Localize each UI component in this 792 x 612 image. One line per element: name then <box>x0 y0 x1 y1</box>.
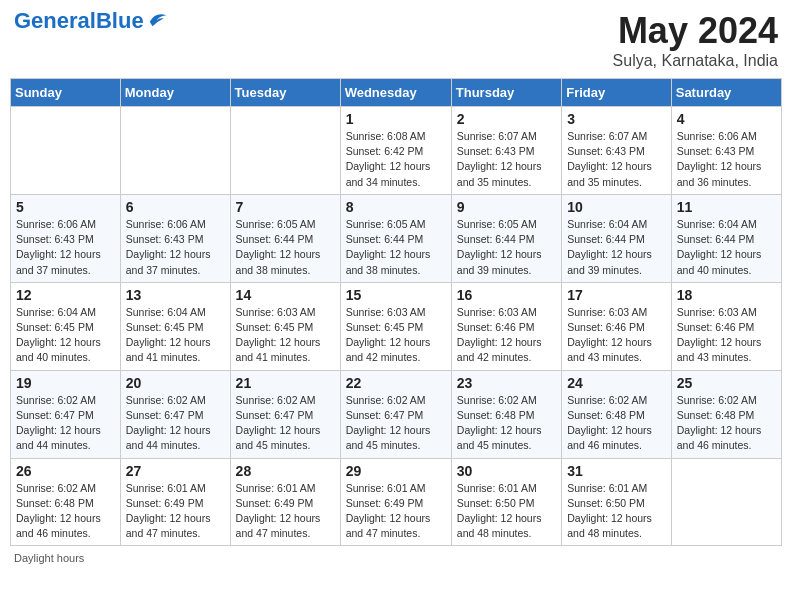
calendar-header: Sunday Monday Tuesday Wednesday Thursday… <box>11 79 782 107</box>
day-number: 8 <box>346 199 446 215</box>
day-number: 6 <box>126 199 225 215</box>
table-row: 6Sunrise: 6:06 AMSunset: 6:43 PMDaylight… <box>120 194 230 282</box>
day-info: Sunrise: 6:04 AMSunset: 6:44 PMDaylight:… <box>677 217 776 278</box>
table-row: 24Sunrise: 6:02 AMSunset: 6:48 PMDayligh… <box>562 370 672 458</box>
table-row: 15Sunrise: 6:03 AMSunset: 6:45 PMDayligh… <box>340 282 451 370</box>
day-number: 13 <box>126 287 225 303</box>
day-number: 12 <box>16 287 115 303</box>
day-number: 15 <box>346 287 446 303</box>
table-row: 23Sunrise: 6:02 AMSunset: 6:48 PMDayligh… <box>451 370 561 458</box>
table-row: 30Sunrise: 6:01 AMSunset: 6:50 PMDayligh… <box>451 458 561 546</box>
logo-blue: Blue <box>96 8 144 33</box>
day-number: 2 <box>457 111 556 127</box>
table-row: 1Sunrise: 6:08 AMSunset: 6:42 PMDaylight… <box>340 107 451 195</box>
table-row: 31Sunrise: 6:01 AMSunset: 6:50 PMDayligh… <box>562 458 672 546</box>
day-number: 1 <box>346 111 446 127</box>
day-info: Sunrise: 6:08 AMSunset: 6:42 PMDaylight:… <box>346 129 446 190</box>
header-monday: Monday <box>120 79 230 107</box>
table-row <box>671 458 781 546</box>
day-number: 4 <box>677 111 776 127</box>
day-info: Sunrise: 6:01 AMSunset: 6:50 PMDaylight:… <box>567 481 666 542</box>
day-info: Sunrise: 6:05 AMSunset: 6:44 PMDaylight:… <box>457 217 556 278</box>
table-row: 4Sunrise: 6:06 AMSunset: 6:43 PMDaylight… <box>671 107 781 195</box>
table-row: 8Sunrise: 6:05 AMSunset: 6:44 PMDaylight… <box>340 194 451 282</box>
day-info: Sunrise: 6:03 AMSunset: 6:46 PMDaylight:… <box>567 305 666 366</box>
day-info: Sunrise: 6:03 AMSunset: 6:46 PMDaylight:… <box>457 305 556 366</box>
day-number: 11 <box>677 199 776 215</box>
table-row: 25Sunrise: 6:02 AMSunset: 6:48 PMDayligh… <box>671 370 781 458</box>
day-number: 19 <box>16 375 115 391</box>
day-number: 14 <box>236 287 335 303</box>
page-container: GeneralBlue May 2024 Sulya, Karnataka, I… <box>10 10 782 564</box>
header-sunday: Sunday <box>11 79 121 107</box>
day-info: Sunrise: 6:02 AMSunset: 6:48 PMDaylight:… <box>16 481 115 542</box>
calendar-body: 1Sunrise: 6:08 AMSunset: 6:42 PMDaylight… <box>11 107 782 546</box>
day-info: Sunrise: 6:06 AMSunset: 6:43 PMDaylight:… <box>126 217 225 278</box>
logo-bird-icon <box>147 8 169 30</box>
day-number: 28 <box>236 463 335 479</box>
day-info: Sunrise: 6:07 AMSunset: 6:43 PMDaylight:… <box>457 129 556 190</box>
day-number: 17 <box>567 287 666 303</box>
day-number: 3 <box>567 111 666 127</box>
day-number: 30 <box>457 463 556 479</box>
day-number: 10 <box>567 199 666 215</box>
day-info: Sunrise: 6:04 AMSunset: 6:45 PMDaylight:… <box>126 305 225 366</box>
day-info: Sunrise: 6:01 AMSunset: 6:49 PMDaylight:… <box>236 481 335 542</box>
header-thursday: Thursday <box>451 79 561 107</box>
day-info: Sunrise: 6:02 AMSunset: 6:47 PMDaylight:… <box>126 393 225 454</box>
day-info: Sunrise: 6:05 AMSunset: 6:44 PMDaylight:… <box>346 217 446 278</box>
table-row: 7Sunrise: 6:05 AMSunset: 6:44 PMDaylight… <box>230 194 340 282</box>
header-wednesday: Wednesday <box>340 79 451 107</box>
table-row: 22Sunrise: 6:02 AMSunset: 6:47 PMDayligh… <box>340 370 451 458</box>
day-info: Sunrise: 6:06 AMSunset: 6:43 PMDaylight:… <box>16 217 115 278</box>
table-row: 12Sunrise: 6:04 AMSunset: 6:45 PMDayligh… <box>11 282 121 370</box>
day-info: Sunrise: 6:01 AMSunset: 6:49 PMDaylight:… <box>346 481 446 542</box>
day-info: Sunrise: 6:02 AMSunset: 6:47 PMDaylight:… <box>16 393 115 454</box>
calendar-subtitle: Sulya, Karnataka, India <box>613 52 778 70</box>
table-row: 18Sunrise: 6:03 AMSunset: 6:46 PMDayligh… <box>671 282 781 370</box>
logo-text: GeneralBlue <box>14 10 144 32</box>
title-block: May 2024 Sulya, Karnataka, India <box>613 10 778 70</box>
day-info: Sunrise: 6:03 AMSunset: 6:45 PMDaylight:… <box>236 305 335 366</box>
day-info: Sunrise: 6:07 AMSunset: 6:43 PMDaylight:… <box>567 129 666 190</box>
calendar-title: May 2024 <box>613 10 778 52</box>
day-info: Sunrise: 6:03 AMSunset: 6:46 PMDaylight:… <box>677 305 776 366</box>
day-info: Sunrise: 6:05 AMSunset: 6:44 PMDaylight:… <box>236 217 335 278</box>
day-number: 16 <box>457 287 556 303</box>
footer: Daylight hours <box>10 552 782 564</box>
day-number: 26 <box>16 463 115 479</box>
table-row: 28Sunrise: 6:01 AMSunset: 6:49 PMDayligh… <box>230 458 340 546</box>
day-info: Sunrise: 6:06 AMSunset: 6:43 PMDaylight:… <box>677 129 776 190</box>
day-info: Sunrise: 6:02 AMSunset: 6:47 PMDaylight:… <box>346 393 446 454</box>
table-row: 29Sunrise: 6:01 AMSunset: 6:49 PMDayligh… <box>340 458 451 546</box>
table-row: 2Sunrise: 6:07 AMSunset: 6:43 PMDaylight… <box>451 107 561 195</box>
day-number: 20 <box>126 375 225 391</box>
day-info: Sunrise: 6:02 AMSunset: 6:48 PMDaylight:… <box>567 393 666 454</box>
table-row: 14Sunrise: 6:03 AMSunset: 6:45 PMDayligh… <box>230 282 340 370</box>
footer-text: Daylight hours <box>14 552 84 564</box>
table-row: 11Sunrise: 6:04 AMSunset: 6:44 PMDayligh… <box>671 194 781 282</box>
table-row <box>120 107 230 195</box>
header: GeneralBlue May 2024 Sulya, Karnataka, I… <box>10 10 782 70</box>
day-info: Sunrise: 6:01 AMSunset: 6:50 PMDaylight:… <box>457 481 556 542</box>
day-number: 31 <box>567 463 666 479</box>
day-info: Sunrise: 6:01 AMSunset: 6:49 PMDaylight:… <box>126 481 225 542</box>
table-row: 17Sunrise: 6:03 AMSunset: 6:46 PMDayligh… <box>562 282 672 370</box>
day-info: Sunrise: 6:04 AMSunset: 6:45 PMDaylight:… <box>16 305 115 366</box>
logo-general: General <box>14 8 96 33</box>
day-info: Sunrise: 6:02 AMSunset: 6:48 PMDaylight:… <box>457 393 556 454</box>
day-number: 29 <box>346 463 446 479</box>
logo: GeneralBlue <box>14 10 169 32</box>
day-number: 5 <box>16 199 115 215</box>
table-row: 5Sunrise: 6:06 AMSunset: 6:43 PMDaylight… <box>11 194 121 282</box>
calendar-table: Sunday Monday Tuesday Wednesday Thursday… <box>10 78 782 546</box>
day-number: 21 <box>236 375 335 391</box>
table-row: 16Sunrise: 6:03 AMSunset: 6:46 PMDayligh… <box>451 282 561 370</box>
day-number: 18 <box>677 287 776 303</box>
header-friday: Friday <box>562 79 672 107</box>
table-row: 20Sunrise: 6:02 AMSunset: 6:47 PMDayligh… <box>120 370 230 458</box>
header-tuesday: Tuesday <box>230 79 340 107</box>
day-info: Sunrise: 6:03 AMSunset: 6:45 PMDaylight:… <box>346 305 446 366</box>
table-row: 21Sunrise: 6:02 AMSunset: 6:47 PMDayligh… <box>230 370 340 458</box>
day-number: 23 <box>457 375 556 391</box>
